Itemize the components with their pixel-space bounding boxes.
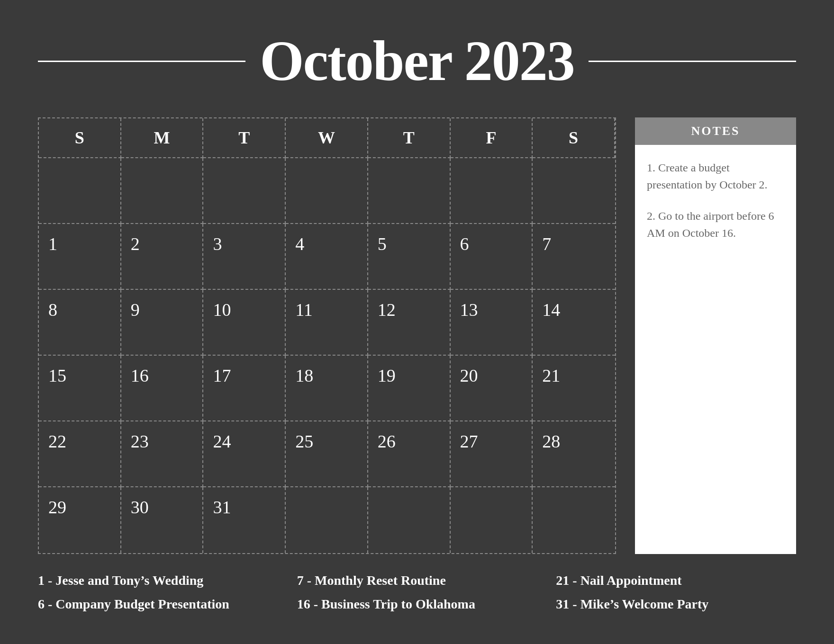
day-cell-5: 5 <box>368 224 451 290</box>
note-item-2: 2. Go to the airport before 6 AM on Octo… <box>647 207 784 242</box>
day-cell-1: 1 <box>39 224 121 290</box>
main-content: SMTWTFS123456789101112131415161718192021… <box>38 117 796 554</box>
day-cell-25: 25 <box>286 421 368 487</box>
day-cell-empty-5-3 <box>286 487 368 553</box>
day-cell-26: 26 <box>368 421 451 487</box>
notes-body: 1. Create a budget presentation by Octob… <box>635 145 796 554</box>
day-cell-29: 29 <box>39 487 121 553</box>
day-cell-14: 14 <box>533 290 615 356</box>
day-header-S: S <box>533 118 615 158</box>
day-cell-10: 10 <box>203 290 286 356</box>
day-cell-11: 11 <box>286 290 368 356</box>
event-item-2: 21 - Nail Appointment <box>556 573 796 588</box>
page-title: October 2023 <box>260 28 574 94</box>
day-cell-19: 19 <box>368 356 451 421</box>
header-line-right <box>589 61 796 62</box>
day-cell-8: 8 <box>39 290 121 356</box>
day-cell-empty-0-0 <box>39 158 121 224</box>
day-cell-16: 16 <box>121 356 204 421</box>
day-cell-27: 27 <box>451 421 533 487</box>
day-cell-empty-0-3 <box>286 158 368 224</box>
note-item-1: 1. Create a budget presentation by Octob… <box>647 159 784 193</box>
header-line-left <box>38 61 245 62</box>
day-cell-18: 18 <box>286 356 368 421</box>
day-header-W: W <box>286 118 368 158</box>
calendar-container: SMTWTFS123456789101112131415161718192021… <box>38 117 616 554</box>
day-cell-empty-5-6 <box>533 487 615 553</box>
day-cell-7: 7 <box>533 224 615 290</box>
header: October 2023 <box>38 28 796 94</box>
day-cell-2: 2 <box>121 224 204 290</box>
event-item-3: 6 - Company Budget Presentation <box>38 597 278 612</box>
day-cell-9: 9 <box>121 290 204 356</box>
day-header-M: M <box>121 118 204 158</box>
day-cell-30: 30 <box>121 487 204 553</box>
events-footer: 1 - Jesse and Tony’s Wedding7 - Monthly … <box>38 573 796 616</box>
day-cell-24: 24 <box>203 421 286 487</box>
day-cell-empty-0-1 <box>121 158 204 224</box>
day-cell-empty-5-4 <box>368 487 451 553</box>
day-cell-22: 22 <box>39 421 121 487</box>
day-header-T: T <box>368 118 451 158</box>
notes-panel: NOTES 1. Create a budget presentation by… <box>635 117 796 554</box>
day-cell-6: 6 <box>451 224 533 290</box>
day-cell-20: 20 <box>451 356 533 421</box>
day-header-T: T <box>203 118 286 158</box>
event-item-4: 16 - Business Trip to Oklahoma <box>297 597 537 612</box>
day-header-F: F <box>451 118 533 158</box>
notes-header: NOTES <box>635 117 796 145</box>
calendar-grid: SMTWTFS123456789101112131415161718192021… <box>38 117 616 554</box>
day-cell-empty-0-4 <box>368 158 451 224</box>
day-cell-13: 13 <box>451 290 533 356</box>
page: October 2023 SMTWTFS12345678910111213141… <box>0 0 834 644</box>
day-cell-12: 12 <box>368 290 451 356</box>
event-item-1: 7 - Monthly Reset Routine <box>297 573 537 588</box>
day-cell-23: 23 <box>121 421 204 487</box>
day-cell-empty-0-5 <box>451 158 533 224</box>
day-cell-15: 15 <box>39 356 121 421</box>
event-item-0: 1 - Jesse and Tony’s Wedding <box>38 573 278 588</box>
day-cell-4: 4 <box>286 224 368 290</box>
event-item-5: 31 - Mike’s Welcome Party <box>556 597 796 612</box>
day-cell-28: 28 <box>533 421 615 487</box>
day-cell-21: 21 <box>533 356 615 421</box>
day-cell-empty-5-5 <box>451 487 533 553</box>
day-cell-3: 3 <box>203 224 286 290</box>
day-cell-empty-0-2 <box>203 158 286 224</box>
day-cell-31: 31 <box>203 487 286 553</box>
day-cell-17: 17 <box>203 356 286 421</box>
day-header-S: S <box>39 118 121 158</box>
day-cell-empty-0-6 <box>533 158 615 224</box>
